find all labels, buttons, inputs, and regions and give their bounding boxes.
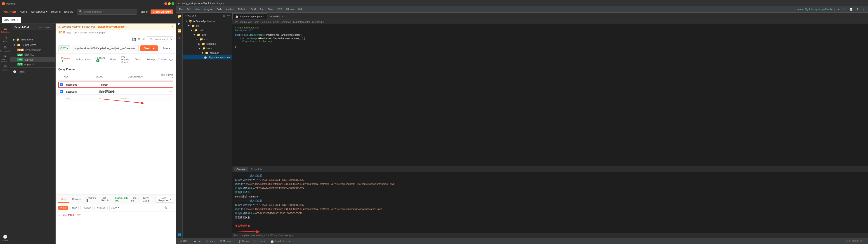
tree-node-main[interactable]: ▼ 📁 main (183, 28, 232, 33)
env-eye-icon[interactable]: 👁 (142, 37, 145, 41)
tree-node-java[interactable]: ▼ 📁 java (183, 33, 232, 37)
param-value-username[interactable] (99, 82, 134, 87)
bulk-edit-button[interactable]: Bulk Edit (161, 74, 174, 77)
nav-reports[interactable]: Reports (51, 10, 61, 13)
tab-body[interactable]: Body (107, 56, 119, 63)
tab-params[interactable]: Params (58, 55, 73, 64)
sidebar-item-environments[interactable]: ⚙ Environments (1, 44, 9, 53)
language-selector[interactable]: JSON ▾ (110, 206, 122, 210)
sidebar-item-history[interactable]: 🕐 History (1, 234, 9, 242)
tree-action-expand[interactable]: ⋯ (227, 14, 230, 18)
warning-close-button[interactable]: × (172, 25, 174, 28)
run-tab-console[interactable]: Console (234, 167, 248, 172)
code-view-icon[interactable]: </> (169, 58, 173, 61)
url-input[interactable] (72, 45, 138, 52)
settings-button[interactable]: ⚙ (862, 8, 867, 11)
profile-selector[interactable]: demo › SignInterceptor › preHandle (797, 8, 833, 11)
signin-button[interactable]: Sign In (141, 10, 148, 13)
run-gutter-icon[interactable]: ▶ (178, 21, 181, 26)
send-button[interactable]: Send ▾ (141, 45, 158, 51)
menu-refactor[interactable]: Refactor (237, 8, 248, 11)
save-icon[interactable]: 💾 (132, 37, 136, 41)
run-bottom-button[interactable]: ▶ Run (193, 239, 202, 243)
environment-dropdown[interactable]: No Environment (147, 36, 174, 42)
debug-bottom-button[interactable]: ⬡ Debug (204, 239, 217, 243)
param-checkbox-input[interactable] (60, 90, 63, 93)
param-checkbox-password[interactable] (59, 90, 64, 94)
tree-project-root[interactable]: ▼ 📦 ▶ DemoApplication (183, 19, 232, 24)
menu-run[interactable]: Run (258, 8, 266, 11)
param-key-password[interactable] (64, 89, 99, 94)
tab-headers[interactable]: Headers 9 (93, 55, 107, 65)
scratch-pad-import[interactable]: Import (45, 26, 51, 28)
spring-button[interactable]: 🍃 Spring (237, 239, 250, 243)
sidebar-item-mock-servers[interactable]: ◈ Mock Servers (1, 54, 9, 62)
format-pretty-btn[interactable]: Pretty (58, 206, 68, 210)
nav-workspaces[interactable]: Workspaces ▾ (31, 10, 48, 13)
resp-tab-headers[interactable]: Headers 5 (84, 194, 99, 204)
env-settings-icon[interactable]: ⚙ (138, 37, 141, 41)
response-wrap-icon[interactable]: ⟷ (169, 206, 174, 209)
tab-vue3-test[interactable]: vue3_test × (2, 17, 21, 23)
tree-action-settings[interactable]: ⚙ (223, 14, 225, 18)
menu-build[interactable]: Build (250, 8, 257, 11)
scratch-pad-new[interactable]: New (39, 26, 43, 28)
tab-close-icon[interactable]: × (263, 15, 265, 18)
tree-node-com[interactable]: ▼ 📁 com (183, 37, 232, 41)
format-visualize-btn[interactable]: Visualize (94, 206, 107, 210)
resp-tab-cookies[interactable]: Cookies (69, 196, 84, 203)
sidebar-item-apis[interactable]: ⬡ APIs (1, 35, 9, 43)
search-bar[interactable]: 🔍 Search Postman (77, 9, 137, 15)
save-response-button[interactable]: Save Response ▾ (156, 196, 174, 203)
tree-item-chat-room[interactable]: ▶ 📁 chat_room (10, 37, 55, 42)
java-enterprise-button[interactable]: ☕ Java Enterprise (269, 239, 292, 243)
resp-tab-body[interactable]: Body (58, 196, 69, 203)
ide-tab-sign-interceptor[interactable]: ☕ SignInterceptor.java × (232, 13, 268, 19)
menu-code[interactable]: Code (215, 8, 223, 11)
minimize-button[interactable] (168, 2, 170, 5)
tab-authorization[interactable]: Authorization (73, 56, 93, 63)
tab-tests[interactable]: Tests (132, 56, 144, 63)
menu-view[interactable]: View (193, 8, 201, 11)
menu-tools[interactable]: Tools (267, 8, 275, 11)
method-selector[interactable]: GET ▾ (58, 45, 70, 51)
menu-window[interactable]: Window (285, 8, 296, 11)
param-delete-icon[interactable]: ⋯ (168, 83, 172, 87)
tab-settings[interactable]: Settings (144, 56, 158, 63)
new-param-value-input[interactable] (119, 96, 174, 101)
sidebar-item-monitors[interactable]: ◎ Monitors (1, 63, 9, 72)
tab-close-icon-2[interactable]: × (282, 15, 283, 18)
tree-node-common[interactable]: ▼ 📁 common (183, 51, 232, 55)
tree-node-demo[interactable]: ▼ 📁 demo (183, 46, 232, 51)
tree-item-test-interface[interactable]: GET 测试接口 (10, 52, 55, 57)
format-preview-btn[interactable]: Preview (81, 206, 93, 210)
menu-analyze[interactable]: Analyze (225, 8, 236, 11)
ide-close[interactable]: × (865, 2, 866, 4)
tree-node-src[interactable]: ▼ 📁 src (183, 24, 232, 28)
ide-maximize[interactable]: □ (861, 2, 862, 4)
bookmark-gutter-icon[interactable]: ★ (178, 35, 181, 41)
close-button[interactable] (164, 2, 167, 5)
cookies-link[interactable]: Cookies (158, 58, 167, 61)
param-delete-icon-2[interactable]: ⋯ (169, 90, 172, 94)
tree-item-sysuser-login[interactable]: POST /sysUser/login (10, 48, 55, 52)
add-folder-icon[interactable]: + (13, 32, 15, 35)
add-tab-button[interactable]: + (22, 18, 26, 22)
tree-item-aop-post[interactable]: GET aop-post (10, 62, 55, 66)
param-checkbox-input[interactable] (60, 83, 63, 86)
tree-item-gpsm-java[interactable]: ▼ 📁 GPSM_JAVA (10, 42, 55, 48)
run-tab-endpoints[interactable]: Endpoints (249, 167, 264, 172)
todo-button[interactable]: ☑ TODO (178, 239, 191, 243)
tree-node-sign-interceptor[interactable]: ☕ SignInterceptor.java (183, 55, 232, 59)
menu-file[interactable]: File (178, 8, 184, 11)
terminal-button[interactable]: ⬛ Terminal (252, 239, 268, 243)
menu-edit[interactable]: Edit (185, 8, 192, 11)
menu-help[interactable]: Help (297, 8, 305, 11)
new-param-key-input[interactable] (64, 96, 118, 101)
debug-button[interactable]: ⬡ (842, 8, 847, 11)
project-gutter-icon[interactable]: 📁 (178, 13, 181, 19)
git-gutter-icon[interactable]: 🔀 (178, 28, 181, 33)
nav-explore[interactable]: Explore (64, 10, 73, 13)
create-account-button[interactable]: Create Account (151, 9, 174, 14)
messages-button[interactable]: ✉ Messages (219, 239, 235, 243)
